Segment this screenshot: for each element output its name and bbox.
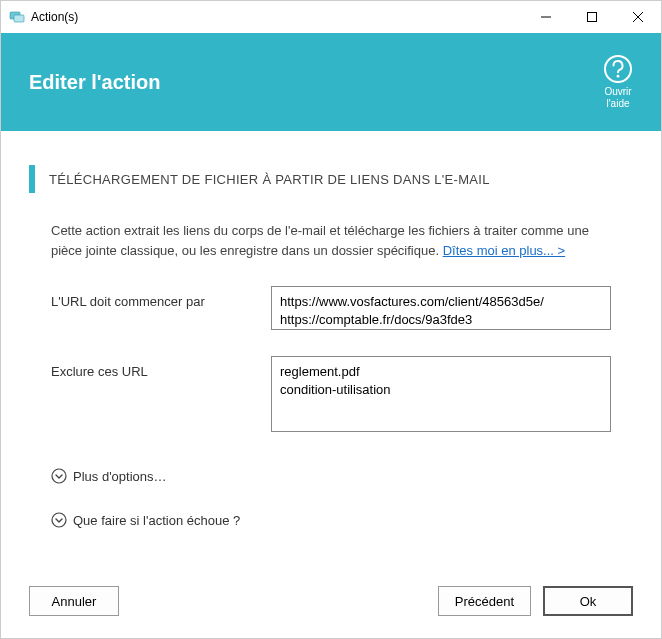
help-label: Ouvrirl'aide xyxy=(604,86,631,110)
body-content: Cette action extrait les liens du corps … xyxy=(1,193,661,570)
svg-rect-1 xyxy=(14,15,24,22)
svg-point-3 xyxy=(605,56,631,82)
accent-bar xyxy=(29,165,35,193)
more-options-label: Plus d'options… xyxy=(73,469,167,484)
exclude-url-input[interactable] xyxy=(271,356,611,432)
url-prefix-label: L'URL doit commencer par xyxy=(51,286,271,309)
svg-point-4 xyxy=(617,75,620,78)
exclude-url-label: Exclure ces URL xyxy=(51,356,271,379)
window-root: Action(s) Editer l'action Ouvrirl'aide xyxy=(0,0,662,639)
window-title: Action(s) xyxy=(31,10,78,24)
maximize-icon xyxy=(587,12,597,22)
chevron-down-icon xyxy=(51,512,67,528)
on-fail-label: Que faire si l'action échoue ? xyxy=(73,513,240,528)
page-title: Editer l'action xyxy=(29,71,160,94)
close-button[interactable] xyxy=(615,1,661,33)
url-prefix-input[interactable] xyxy=(271,286,611,330)
chevron-down-icon xyxy=(51,468,67,484)
footer: Annuler Précédent Ok xyxy=(1,570,661,638)
page-header: Editer l'action Ouvrirl'aide xyxy=(1,33,661,131)
titlebar: Action(s) xyxy=(1,1,661,33)
description: Cette action extrait les liens du corps … xyxy=(51,221,611,260)
app-icon xyxy=(9,9,25,25)
svg-point-6 xyxy=(52,513,66,527)
url-prefix-row: L'URL doit commencer par xyxy=(51,286,611,330)
help-button[interactable]: Ouvrirl'aide xyxy=(603,54,633,110)
previous-button[interactable]: Précédent xyxy=(438,586,531,616)
on-fail-expander[interactable]: Que faire si l'action échoue ? xyxy=(51,512,611,528)
svg-point-5 xyxy=(52,469,66,483)
section-heading: TÉLÉCHARGEMENT DE FICHIER À PARTIR DE LI… xyxy=(29,165,633,193)
exclude-url-row: Exclure ces URL xyxy=(51,356,611,432)
help-icon xyxy=(603,54,633,84)
svg-rect-2 xyxy=(588,13,597,22)
more-options-expander[interactable]: Plus d'options… xyxy=(51,468,611,484)
minimize-icon xyxy=(541,12,551,22)
maximize-button[interactable] xyxy=(569,1,615,33)
section-heading-text: TÉLÉCHARGEMENT DE FICHIER À PARTIR DE LI… xyxy=(49,172,490,187)
cancel-button[interactable]: Annuler xyxy=(29,586,119,616)
ok-button[interactable]: Ok xyxy=(543,586,633,616)
minimize-button[interactable] xyxy=(523,1,569,33)
close-icon xyxy=(633,12,643,22)
learn-more-link[interactable]: Dîtes moi en plus... > xyxy=(443,243,565,258)
